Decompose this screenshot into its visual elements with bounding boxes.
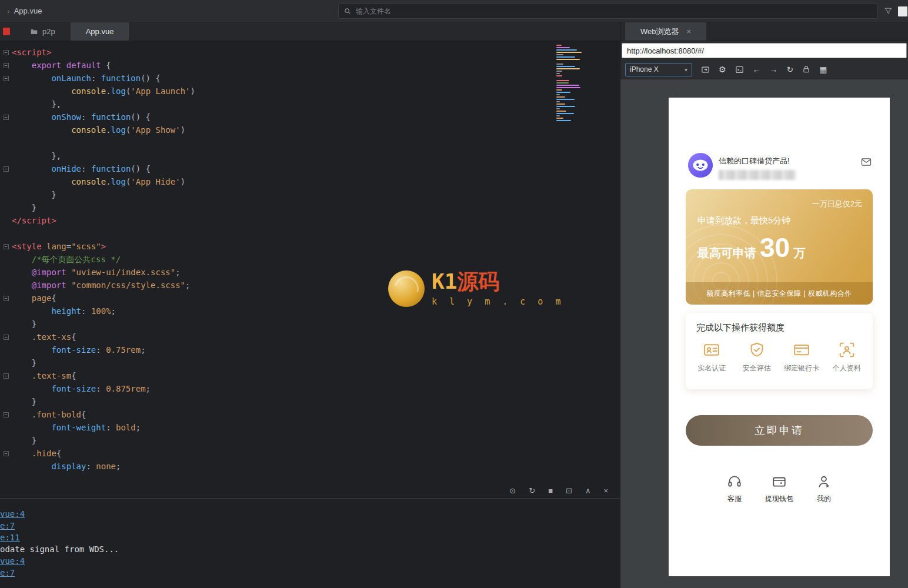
code-line[interactable]: font-weight: bold;	[0, 421, 620, 434]
code-line[interactable]: − onLaunch: function() {	[0, 72, 620, 85]
filter-icon[interactable]	[884, 6, 893, 18]
code-line[interactable]: </script>	[0, 214, 620, 227]
console-source-link[interactable]: vue:4	[0, 555, 620, 567]
back-icon[interactable]: ←	[753, 65, 761, 74]
avatar[interactable]	[687, 152, 714, 179]
code-line[interactable]: }	[0, 318, 620, 330]
code-line[interactable]: −<style lang="scss">	[0, 240, 620, 253]
code-line[interactable]: },	[0, 149, 620, 162]
nav-customer-service[interactable]: 客服	[718, 474, 751, 504]
code-line[interactable]: console.log('App Show')	[0, 123, 620, 136]
console-source-link[interactable]: e:7	[0, 567, 620, 579]
op-personal-info[interactable]: 个人资料	[826, 341, 867, 373]
code-line[interactable]: },	[0, 98, 620, 111]
browser-viewport: 信赖的口碑借贷产品! 一万日息仅2元 申请到放款，最快5分钟 最高可申请 30 …	[620, 79, 908, 588]
operations-card: 完成以下操作获得额度 实名认证 安全评估 绑定银行卡	[686, 313, 873, 389]
device-select-value: iPhone X	[630, 65, 659, 74]
editor-tab-bar: p2p App.vue	[0, 22, 620, 41]
browser-tab-bar: Web浏览器 ×	[620, 22, 908, 41]
code-line[interactable]	[0, 227, 620, 240]
devtools-console-icon[interactable]	[735, 65, 744, 74]
code-line[interactable]: }	[0, 395, 620, 408]
fold-marker-icon[interactable]: −	[4, 115, 9, 120]
nav-withdraw-wallet[interactable]: 提现钱包	[763, 474, 796, 504]
code-line[interactable]: − onShow: function() {	[0, 111, 620, 123]
qr-code-icon[interactable]: ▦	[819, 65, 827, 74]
settings-gear-icon[interactable]: ⚙	[719, 65, 726, 74]
panel-toggle[interactable]	[898, 6, 907, 16]
code-line[interactable]: −<script>	[0, 46, 620, 59]
fold-marker-icon[interactable]: −	[4, 244, 9, 249]
refresh-icon[interactable]: ↻	[787, 65, 794, 74]
code-line[interactable]: }	[0, 201, 620, 214]
code-line[interactable]: − .text-xs{	[0, 330, 620, 343]
fold-marker-icon[interactable]: −	[4, 296, 9, 301]
tab-web-browser[interactable]: Web浏览器 ×	[625, 22, 706, 41]
bottom-nav: 客服 提现钱包 我的	[669, 474, 890, 504]
console-source-link[interactable]: vue:4	[0, 508, 620, 520]
console-source-link[interactable]: e:11	[0, 532, 620, 543]
code-line[interactable]: }	[0, 188, 620, 201]
code-line[interactable]: display: none;	[0, 460, 620, 473]
close-console-icon[interactable]: ×	[603, 486, 608, 495]
console-source-link[interactable]: e:7	[0, 520, 620, 532]
fold-marker-icon[interactable]: −	[4, 451, 9, 456]
code-line[interactable]: − .text-sm{	[0, 369, 620, 382]
debug-icon[interactable]: ⊙	[509, 486, 516, 495]
op-bind-bank-card[interactable]: 绑定银行卡	[781, 341, 822, 373]
fold-marker-icon[interactable]: −	[4, 335, 9, 340]
loan-banner[interactable]: 一万日息仅2元 申请到放款，最快5分钟 最高可申请 30 万 额度高利率低 | …	[686, 189, 873, 305]
code-line[interactable]	[0, 136, 620, 149]
headset-icon	[727, 474, 742, 489]
export-icon[interactable]: ⊡	[566, 486, 572, 495]
url-input[interactable]	[622, 43, 907, 58]
code-line[interactable]: console.log('App Launch')	[0, 85, 620, 98]
new-window-icon[interactable]	[701, 65, 710, 74]
restart-icon[interactable]: ↻	[529, 486, 535, 495]
code-line[interactable]: }	[0, 356, 620, 369]
lock-icon[interactable]	[802, 65, 810, 74]
watermark-logo-icon	[388, 270, 425, 307]
code-line[interactable]: font-size: 0.875rem;	[0, 382, 620, 395]
stop-icon[interactable]: ■	[548, 486, 553, 495]
fold-marker-icon[interactable]: −	[4, 373, 9, 379]
fold-marker-icon[interactable]: −	[4, 63, 9, 68]
op-real-name-verify[interactable]: 实名认证	[691, 341, 732, 373]
code-line[interactable]: − .font-bold{	[0, 408, 620, 421]
code-line[interactable]: font-size: 0.75rem;	[0, 343, 620, 356]
fold-marker-icon[interactable]: −	[4, 166, 9, 172]
tab-app-vue[interactable]: App.vue	[71, 22, 129, 41]
code-line[interactable]: − onHide: function() {	[0, 162, 620, 175]
tab-p2p[interactable]: p2p	[15, 22, 71, 41]
bank-card-icon	[793, 341, 810, 359]
message-envelope-icon[interactable]	[860, 156, 873, 170]
wallet-icon	[772, 474, 787, 489]
forward-icon[interactable]: →	[770, 65, 778, 74]
phone-screen: 信赖的口碑借贷产品! 一万日息仅2元 申请到放款，最快5分钟 最高可申请 30 …	[669, 98, 890, 576]
code-line[interactable]: console.log('App Hide')	[0, 175, 620, 188]
op-safety-assessment[interactable]: 安全评估	[736, 341, 777, 373]
code-line[interactable]: }	[0, 434, 620, 447]
code-lines[interactable]: −<script>− export default {− onLaunch: f…	[0, 46, 620, 473]
fold-marker-icon[interactable]: −	[4, 76, 9, 81]
page-title: 信赖的口碑借贷产品!	[719, 156, 790, 166]
console-message: odate signal from WDS...	[0, 543, 620, 555]
device-select[interactable]: iPhone X ▾	[625, 63, 692, 76]
close-tab-icon[interactable]: ×	[687, 27, 692, 36]
editor-pane: p2p App.vue −<script>− export default {−…	[0, 22, 620, 588]
search-input[interactable]	[356, 7, 873, 15]
code-line[interactable]: /*每个页面公共css */	[0, 253, 620, 266]
code-editor[interactable]: −<script>− export default {− onLaunch: f…	[0, 41, 620, 483]
code-line[interactable]: − export default {	[0, 59, 620, 72]
fold-marker-icon[interactable]: −	[4, 50, 9, 55]
code-line[interactable]: − .hide{	[0, 447, 620, 460]
minimap[interactable]	[556, 45, 586, 122]
banner-amount: 最高可申请 30 万	[697, 234, 805, 261]
chevron-right-icon: ›	[7, 6, 10, 16]
fold-marker-icon[interactable]: −	[4, 412, 9, 417]
nav-my-account[interactable]: 我的	[807, 474, 840, 504]
apply-now-button[interactable]: 立即申请	[686, 415, 873, 446]
watermark-brand: K1源码	[432, 270, 499, 293]
collapse-icon[interactable]: ∧	[585, 486, 591, 495]
file-search-box[interactable]	[338, 4, 878, 19]
